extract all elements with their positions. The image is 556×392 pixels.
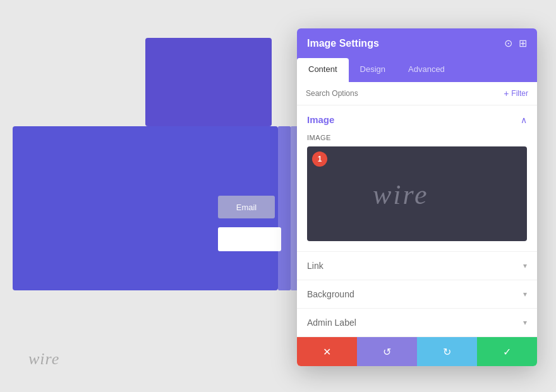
filter-label: Filter bbox=[511, 89, 528, 98]
tab-content[interactable]: Content bbox=[297, 58, 349, 82]
undo-button[interactable]: ↺ bbox=[357, 337, 417, 366]
modal-header-icons: ⊙ ⊞ bbox=[504, 37, 527, 49]
image-logo-svg: wire bbox=[366, 175, 468, 213]
svg-text:wire: wire bbox=[28, 350, 59, 368]
filter-plus-icon: + bbox=[504, 88, 509, 98]
modal-title: Image Settings bbox=[307, 38, 379, 49]
bg-email-label: Email bbox=[236, 203, 257, 212]
section-background: Background ▾ bbox=[297, 280, 537, 309]
svg-text:wire: wire bbox=[373, 179, 429, 210]
image-badge: 1 bbox=[312, 151, 327, 167]
bg-decorative-rect-3 bbox=[278, 126, 291, 290]
search-input[interactable] bbox=[306, 89, 504, 98]
modal-actions: ✕ ↺ ↻ ✓ bbox=[297, 337, 537, 366]
wiire-logo-bottom: wire bbox=[25, 347, 82, 373]
tab-advanced[interactable]: Advanced bbox=[397, 58, 456, 82]
tab-design[interactable]: Design bbox=[349, 58, 397, 82]
section-link: Link ▾ bbox=[297, 252, 537, 280]
settings-icon[interactable]: ⊙ bbox=[504, 37, 512, 49]
section-background-chevron: ▾ bbox=[523, 290, 527, 299]
section-admin-label-header[interactable]: Admin Label ▾ bbox=[297, 309, 537, 336]
image-section-content: Image 1 wire bbox=[297, 134, 537, 251]
section-background-header[interactable]: Background ▾ bbox=[297, 280, 537, 308]
section-link-chevron: ▾ bbox=[523, 261, 527, 270]
section-link-title: Link bbox=[307, 261, 323, 271]
section-background-title: Background bbox=[307, 289, 354, 299]
section-link-header[interactable]: Link ▾ bbox=[297, 252, 537, 280]
bg-decorative-rect-1 bbox=[145, 38, 272, 126]
image-settings-modal: Image Settings ⊙ ⊞ Content Design Advanc… bbox=[297, 28, 537, 366]
section-image-header[interactable]: Image ∧ bbox=[297, 105, 537, 134]
bg-email-button: Email bbox=[218, 196, 275, 218]
expand-icon[interactable]: ⊞ bbox=[519, 37, 527, 49]
bg-input-placeholder bbox=[218, 227, 281, 251]
filter-button[interactable]: + Filter bbox=[504, 88, 528, 98]
image-field-label: Image bbox=[307, 134, 527, 141]
modal-tabs: Content Design Advanced bbox=[297, 58, 537, 82]
section-image: Image ∧ Image 1 wire bbox=[297, 105, 537, 252]
section-admin-label: Admin Label ▾ bbox=[297, 309, 537, 337]
section-image-title: Image bbox=[307, 114, 334, 125]
cancel-button[interactable]: ✕ bbox=[297, 337, 357, 366]
save-button[interactable]: ✓ bbox=[477, 337, 537, 366]
image-upload-area[interactable]: 1 wire bbox=[307, 146, 527, 241]
modal-body: Image ∧ Image 1 wire Link ▾ bbox=[297, 105, 537, 337]
modal-header: Image Settings ⊙ ⊞ bbox=[297, 28, 537, 58]
section-admin-label-chevron: ▾ bbox=[523, 318, 527, 327]
section-admin-label-title: Admin Label bbox=[307, 318, 356, 328]
search-bar: + Filter bbox=[297, 82, 537, 105]
redo-button[interactable]: ↻ bbox=[417, 337, 477, 366]
section-image-chevron: ∧ bbox=[521, 115, 527, 125]
